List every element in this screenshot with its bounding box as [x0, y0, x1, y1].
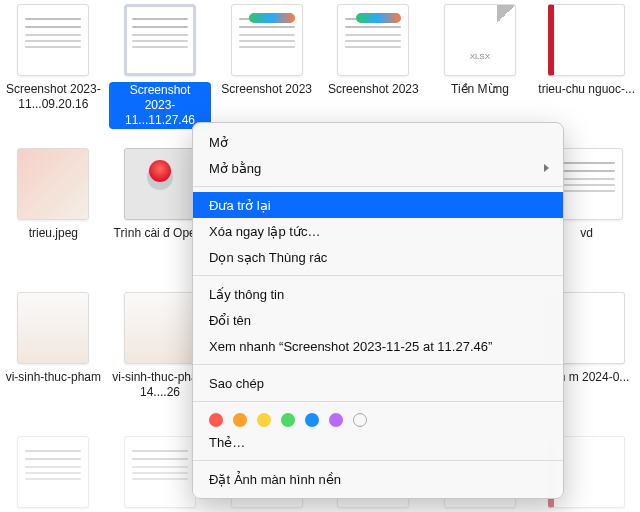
menu-item[interactable]: Xóa ngay lập tức… [193, 218, 563, 244]
file-item[interactable]: XLSXTiền Mừng [429, 2, 532, 140]
file-item[interactable]: vi-sinh-thuc-pham [2, 290, 105, 428]
tag-color[interactable] [209, 413, 223, 427]
file-item[interactable]: Screenshot 2023 [322, 2, 425, 140]
tag-color[interactable] [329, 413, 343, 427]
menu-separator [193, 186, 563, 187]
tag-add-icon[interactable] [353, 413, 367, 427]
file-thumbnail [124, 4, 196, 76]
menu-item-label: Mở bằng [209, 161, 261, 176]
file-thumbnail [17, 148, 89, 220]
opera-icon [149, 160, 171, 182]
file-label: Screenshot 2023 [221, 82, 312, 97]
file-thumbnail [548, 4, 625, 76]
menu-separator [193, 460, 563, 461]
file-thumbnail [124, 148, 196, 220]
menu-item[interactable]: Mở bằng [193, 155, 563, 181]
menu-item[interactable]: Thẻ… [193, 429, 563, 455]
tag-color[interactable] [257, 413, 271, 427]
file-label: trieu-chu nguoc-... [538, 82, 635, 97]
menu-item-label: Xem nhanh “Screenshot 2023-11-25 at 11.2… [209, 339, 492, 354]
menu-item-label: Đổi tên [209, 313, 251, 328]
file-label: Screenshot 2023 [328, 82, 419, 97]
file-item[interactable]: trieu-chu nguoc-... [535, 2, 638, 140]
menu-item-label: Thẻ… [209, 435, 245, 450]
file-item[interactable]: Screenshot 2023 [215, 2, 318, 140]
menu-item-label: Mở [209, 135, 228, 150]
file-label: vd [580, 226, 593, 241]
menu-item[interactable]: Lấy thông tin [193, 281, 563, 307]
menu-item[interactable]: Dọn sạch Thùng rác [193, 244, 563, 270]
menu-separator [193, 275, 563, 276]
menu-separator [193, 401, 563, 402]
file-label: trieu.jpeg [29, 226, 78, 241]
tag-color[interactable] [281, 413, 295, 427]
menu-item[interactable]: Xem nhanh “Screenshot 2023-11-25 at 11.2… [193, 333, 563, 359]
file-thumbnail [17, 436, 89, 508]
tag-color[interactable] [233, 413, 247, 427]
file-thumbnail [17, 292, 89, 364]
file-ext-label: XLSX [445, 52, 515, 61]
file-label: Tiền Mừng [451, 82, 509, 97]
context-menu: MởMở bằngĐưa trở lạiXóa ngay lập tức…Dọn… [192, 122, 564, 499]
file-thumbnail [337, 4, 409, 76]
file-item[interactable] [2, 434, 105, 512]
file-thumbnail [17, 4, 89, 76]
menu-separator [193, 364, 563, 365]
menu-item-label: Dọn sạch Thùng rác [209, 250, 327, 265]
menu-item-label: Sao chép [209, 376, 264, 391]
tag-color[interactable] [305, 413, 319, 427]
file-thumbnail [231, 4, 303, 76]
menu-item[interactable]: Đổi tên [193, 307, 563, 333]
menu-item-label: Lấy thông tin [209, 287, 284, 302]
file-thumbnail: XLSX [444, 4, 516, 76]
file-label: vi-sinh-thuc-pham [6, 370, 101, 385]
menu-item-label: Đưa trở lại [209, 198, 271, 213]
file-item[interactable]: trieu.jpeg [2, 146, 105, 284]
menu-item[interactable]: Mở [193, 129, 563, 155]
menu-item[interactable]: Sao chép [193, 370, 563, 396]
menu-item-label: Xóa ngay lập tức… [209, 224, 320, 239]
menu-item-label: Đặt Ảnh màn hình nền [209, 472, 341, 487]
menu-tags-row [193, 407, 563, 429]
file-thumbnail [124, 436, 196, 508]
file-label: Screenshot 2023-11...09.20.16 [3, 82, 103, 112]
file-thumbnail [124, 292, 196, 364]
menu-item[interactable]: Đưa trở lại [193, 192, 563, 218]
file-item[interactable]: Screenshot 2023-11...11.27.46 [109, 2, 212, 140]
menu-item[interactable]: Đặt Ảnh màn hình nền [193, 466, 563, 492]
file-item[interactable]: Screenshot 2023-11...09.20.16 [2, 2, 105, 140]
